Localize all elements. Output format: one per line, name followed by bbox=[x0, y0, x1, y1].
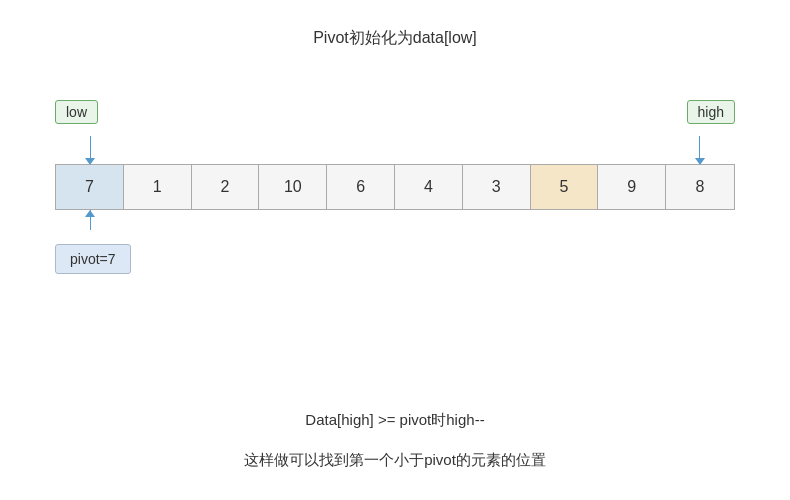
array-cell-0: 7 bbox=[56, 165, 124, 209]
array-cell-7: 5 bbox=[531, 165, 599, 209]
page-title: Pivot初始化为data[low] bbox=[0, 0, 790, 49]
array-cell-9: 8 bbox=[666, 165, 734, 209]
bottom-text2: 这样做可以找到第一个小于pivot的元素的位置 bbox=[0, 451, 790, 470]
array-cell-1: 1 bbox=[124, 165, 192, 209]
array-cell-8: 9 bbox=[598, 165, 666, 209]
pivot-box: pivot=7 bbox=[55, 244, 131, 274]
low-label: low bbox=[55, 100, 98, 124]
array-cell-4: 6 bbox=[327, 165, 395, 209]
array-container: 71210643598 bbox=[55, 164, 735, 210]
array-cell-3: 10 bbox=[259, 165, 327, 209]
high-label: high bbox=[687, 100, 735, 124]
array-cell-6: 3 bbox=[463, 165, 531, 209]
array-cell-5: 4 bbox=[395, 165, 463, 209]
bottom-text1: Data[high] >= pivot时high-- bbox=[0, 411, 790, 430]
array-cell-2: 2 bbox=[192, 165, 260, 209]
